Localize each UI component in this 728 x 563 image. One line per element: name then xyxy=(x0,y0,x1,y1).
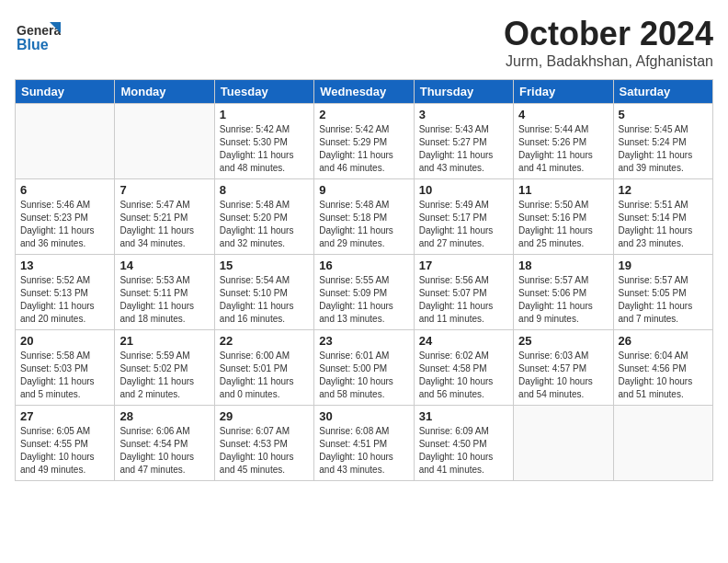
day-number: 27 xyxy=(20,409,109,423)
day-detail: Sunrise: 6:02 AM Sunset: 4:58 PM Dayligh… xyxy=(419,350,508,401)
col-sunday: Sunday xyxy=(16,80,115,104)
day-number: 24 xyxy=(419,334,508,348)
day-number: 12 xyxy=(619,183,708,197)
day-detail: Sunrise: 5:43 AM Sunset: 5:27 PM Dayligh… xyxy=(419,123,508,175)
table-row: 3Sunrise: 5:43 AM Sunset: 5:27 PM Daylig… xyxy=(414,104,513,179)
col-wednesday: Wednesday xyxy=(314,80,414,104)
day-detail: Sunrise: 6:00 AM Sunset: 5:01 PM Dayligh… xyxy=(220,350,309,401)
day-number: 17 xyxy=(419,259,508,272)
table-row: 9Sunrise: 5:48 AM Sunset: 5:18 PM Daylig… xyxy=(314,179,414,255)
table-row xyxy=(514,406,613,481)
day-number: 14 xyxy=(119,259,209,272)
day-detail: Sunrise: 6:05 AM Sunset: 4:55 PM Dayligh… xyxy=(20,425,109,477)
table-row: 19Sunrise: 5:57 AM Sunset: 5:05 PM Dayli… xyxy=(613,255,712,330)
calendar-week-row: 20Sunrise: 5:58 AM Sunset: 5:03 PM Dayli… xyxy=(16,330,713,406)
day-number: 4 xyxy=(518,108,608,121)
day-number: 5 xyxy=(619,108,708,121)
day-number: 6 xyxy=(20,183,109,197)
title-block: October 2024 Jurm, Badakhshan, Afghanist… xyxy=(504,15,713,70)
day-number: 16 xyxy=(319,259,408,272)
day-number: 1 xyxy=(220,108,309,121)
calendar-header-row: Sunday Monday Tuesday Wednesday Thursday… xyxy=(16,80,713,104)
calendar-week-row: 13Sunrise: 5:52 AM Sunset: 5:13 PM Dayli… xyxy=(16,255,713,330)
day-detail: Sunrise: 5:42 AM Sunset: 5:29 PM Dayligh… xyxy=(319,123,408,175)
day-detail: Sunrise: 6:06 AM Sunset: 4:54 PM Dayligh… xyxy=(119,425,209,477)
table-row: 31Sunrise: 6:09 AM Sunset: 4:50 PM Dayli… xyxy=(414,406,513,481)
table-row: 18Sunrise: 5:57 AM Sunset: 5:06 PM Dayli… xyxy=(514,255,613,330)
day-number: 25 xyxy=(518,334,608,348)
day-detail: Sunrise: 5:53 AM Sunset: 5:11 PM Dayligh… xyxy=(119,274,209,326)
day-number: 29 xyxy=(220,409,309,423)
table-row: 28Sunrise: 6:06 AM Sunset: 4:54 PM Dayli… xyxy=(115,406,214,481)
table-row: 25Sunrise: 6:03 AM Sunset: 4:57 PM Dayli… xyxy=(514,330,613,406)
day-number: 3 xyxy=(419,108,508,121)
day-number: 18 xyxy=(518,259,608,272)
table-row: 14Sunrise: 5:53 AM Sunset: 5:11 PM Dayli… xyxy=(115,255,214,330)
day-number: 26 xyxy=(619,334,708,348)
location: Jurm, Badakhshan, Afghanistan xyxy=(504,53,713,70)
day-detail: Sunrise: 5:51 AM Sunset: 5:14 PM Dayligh… xyxy=(619,199,708,250)
table-row xyxy=(16,104,115,179)
table-row: 7Sunrise: 5:47 AM Sunset: 5:21 PM Daylig… xyxy=(115,179,214,255)
table-row: 30Sunrise: 6:08 AM Sunset: 4:51 PM Dayli… xyxy=(314,406,414,481)
day-number: 7 xyxy=(119,183,209,197)
table-row: 17Sunrise: 5:56 AM Sunset: 5:07 PM Dayli… xyxy=(414,255,513,330)
svg-text:Blue: Blue xyxy=(17,37,49,52)
day-detail: Sunrise: 5:58 AM Sunset: 5:03 PM Dayligh… xyxy=(20,350,109,401)
day-number: 19 xyxy=(619,259,708,272)
day-number: 2 xyxy=(319,108,408,121)
day-number: 10 xyxy=(419,183,508,197)
table-row: 12Sunrise: 5:51 AM Sunset: 5:14 PM Dayli… xyxy=(613,179,712,255)
logo-icon: General Blue xyxy=(15,15,61,61)
day-detail: Sunrise: 5:44 AM Sunset: 5:26 PM Dayligh… xyxy=(518,123,608,175)
table-row: 5Sunrise: 5:45 AM Sunset: 5:24 PM Daylig… xyxy=(613,104,712,179)
table-row: 24Sunrise: 6:02 AM Sunset: 4:58 PM Dayli… xyxy=(414,330,513,406)
table-row: 16Sunrise: 5:55 AM Sunset: 5:09 PM Dayli… xyxy=(314,255,414,330)
table-row xyxy=(115,104,214,179)
calendar-week-row: 6Sunrise: 5:46 AM Sunset: 5:23 PM Daylig… xyxy=(16,179,713,255)
day-number: 20 xyxy=(20,334,109,348)
day-detail: Sunrise: 5:52 AM Sunset: 5:13 PM Dayligh… xyxy=(20,274,109,326)
col-thursday: Thursday xyxy=(414,80,513,104)
day-number: 8 xyxy=(220,183,309,197)
logo: General Blue xyxy=(15,15,61,61)
day-detail: Sunrise: 5:49 AM Sunset: 5:17 PM Dayligh… xyxy=(419,199,508,250)
table-row: 8Sunrise: 5:48 AM Sunset: 5:20 PM Daylig… xyxy=(214,179,313,255)
table-row: 2Sunrise: 5:42 AM Sunset: 5:29 PM Daylig… xyxy=(314,104,414,179)
table-row: 6Sunrise: 5:46 AM Sunset: 5:23 PM Daylig… xyxy=(16,179,115,255)
table-row xyxy=(613,406,712,481)
day-detail: Sunrise: 5:47 AM Sunset: 5:21 PM Dayligh… xyxy=(119,199,209,250)
day-detail: Sunrise: 6:07 AM Sunset: 4:53 PM Dayligh… xyxy=(220,425,309,477)
col-tuesday: Tuesday xyxy=(214,80,313,104)
table-row: 15Sunrise: 5:54 AM Sunset: 5:10 PM Dayli… xyxy=(214,255,313,330)
calendar-week-row: 27Sunrise: 6:05 AM Sunset: 4:55 PM Dayli… xyxy=(16,406,713,481)
day-number: 13 xyxy=(20,259,109,272)
table-row: 22Sunrise: 6:00 AM Sunset: 5:01 PM Dayli… xyxy=(214,330,313,406)
day-detail: Sunrise: 5:55 AM Sunset: 5:09 PM Dayligh… xyxy=(319,274,408,326)
day-detail: Sunrise: 5:59 AM Sunset: 5:02 PM Dayligh… xyxy=(119,350,209,401)
day-detail: Sunrise: 5:46 AM Sunset: 5:23 PM Dayligh… xyxy=(20,199,109,250)
day-detail: Sunrise: 5:50 AM Sunset: 5:16 PM Dayligh… xyxy=(518,199,608,250)
day-detail: Sunrise: 5:45 AM Sunset: 5:24 PM Dayligh… xyxy=(619,123,708,175)
day-number: 21 xyxy=(119,334,209,348)
day-number: 28 xyxy=(119,409,209,423)
table-row: 27Sunrise: 6:05 AM Sunset: 4:55 PM Dayli… xyxy=(16,406,115,481)
table-row: 26Sunrise: 6:04 AM Sunset: 4:56 PM Dayli… xyxy=(613,330,712,406)
day-detail: Sunrise: 6:04 AM Sunset: 4:56 PM Dayligh… xyxy=(619,350,708,401)
calendar-week-row: 1Sunrise: 5:42 AM Sunset: 5:30 PM Daylig… xyxy=(16,104,713,179)
day-detail: Sunrise: 5:57 AM Sunset: 5:05 PM Dayligh… xyxy=(619,274,708,326)
table-row: 11Sunrise: 5:50 AM Sunset: 5:16 PM Dayli… xyxy=(514,179,613,255)
day-detail: Sunrise: 5:54 AM Sunset: 5:10 PM Dayligh… xyxy=(220,274,309,326)
day-number: 9 xyxy=(319,183,408,197)
day-number: 23 xyxy=(319,334,408,348)
col-saturday: Saturday xyxy=(613,80,712,104)
day-detail: Sunrise: 6:01 AM Sunset: 5:00 PM Dayligh… xyxy=(319,350,408,401)
day-detail: Sunrise: 5:56 AM Sunset: 5:07 PM Dayligh… xyxy=(419,274,508,326)
day-detail: Sunrise: 5:48 AM Sunset: 5:20 PM Dayligh… xyxy=(220,199,309,250)
day-detail: Sunrise: 6:08 AM Sunset: 4:51 PM Dayligh… xyxy=(319,425,408,477)
table-row: 1Sunrise: 5:42 AM Sunset: 5:30 PM Daylig… xyxy=(214,104,313,179)
col-monday: Monday xyxy=(115,80,214,104)
table-row: 23Sunrise: 6:01 AM Sunset: 5:00 PM Dayli… xyxy=(314,330,414,406)
table-row: 21Sunrise: 5:59 AM Sunset: 5:02 PM Dayli… xyxy=(115,330,214,406)
table-row: 10Sunrise: 5:49 AM Sunset: 5:17 PM Dayli… xyxy=(414,179,513,255)
